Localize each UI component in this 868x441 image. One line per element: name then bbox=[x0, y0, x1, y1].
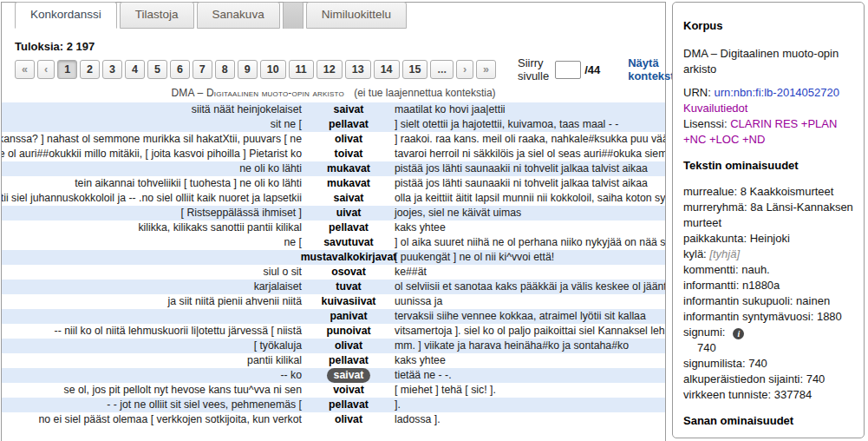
kwic-keyword[interactable]: voivat bbox=[333, 383, 364, 398]
page-nav-button[interactable]: ‹ bbox=[37, 60, 55, 79]
kwic-right-context: uunissa ja bbox=[390, 294, 665, 309]
page-button-15[interactable]: 15 bbox=[402, 60, 428, 79]
kwic-row[interactable]: panivattervaksii siihe vennee kokkaa, at… bbox=[2, 309, 665, 324]
kwic-keyword-cell: pellavat bbox=[307, 117, 390, 132]
kwic-left-context: [ työkaluja bbox=[2, 339, 307, 353]
kwic-keyword[interactable]: saivat bbox=[334, 191, 364, 206]
kwic-keyword-cell: osovat bbox=[307, 265, 390, 280]
kwic-keyword[interactable]: tuvat bbox=[336, 280, 361, 294]
kwic-keyword-cell: saivat bbox=[307, 191, 390, 206]
kwic-left-context: sit ne [ bbox=[2, 117, 307, 132]
kwic-keyword[interactable]: pellavat bbox=[329, 398, 369, 412]
page-button-5[interactable]: 5 bbox=[147, 60, 167, 79]
attribute-row: paikkakunta: Heinjoki bbox=[683, 231, 855, 247]
kwic-row[interactable]: - - jot ne olliit sit siel vees, pehmene… bbox=[2, 398, 665, 412]
page-button-9[interactable]: 9 bbox=[238, 60, 258, 79]
tab-nimiluokittelu[interactable]: Nimiluokittelu bbox=[306, 2, 407, 29]
kwic-keyword-cell: mukavat bbox=[307, 161, 390, 176]
kwic-row[interactable]: inkä kanssa? ] nahast ol semmone murikka… bbox=[2, 132, 665, 147]
kwic-left-context: se ol, jos pit pellolt nyt hevose kans t… bbox=[2, 383, 307, 398]
kwic-keyword[interactable]: olivat bbox=[335, 412, 362, 427]
page-button-13[interactable]: 13 bbox=[345, 60, 371, 79]
kwic-row[interactable]: tein aikannai tohveliikii [ tuohesta ] n… bbox=[2, 176, 665, 191]
kwic-row[interactable]: sit ne [pellavat] sielt otettii ja hajot… bbox=[2, 117, 665, 132]
urn-row: URN: urn:nbn:fi:lb-2014052720 bbox=[683, 85, 855, 101]
kwic-keyword[interactable]: uivat bbox=[336, 206, 362, 220]
tab-tilastoja[interactable]: Tilastoja bbox=[120, 2, 194, 29]
kwic-row[interactable]: ne oli ko lähtimukavatpistää jos lähti s… bbox=[2, 161, 665, 176]
kwic-keyword[interactable]: mukavat bbox=[327, 161, 370, 176]
kwic-row[interactable]: [ työkalujaolivatmm. ] viikate ja harava… bbox=[2, 339, 665, 353]
kwic-keyword[interactable]: pellavat bbox=[329, 353, 369, 368]
kwic-right-context: ol selviisii et sanotaa kaks pääkkäi ja … bbox=[390, 280, 665, 294]
kwic-row[interactable]: ne [savutuvat] ol aika suuret niihä ne o… bbox=[2, 235, 665, 250]
attribute-row: kommentti: nauh. bbox=[683, 262, 855, 278]
page-nav-button[interactable]: » bbox=[476, 60, 496, 79]
kwic-row[interactable]: karjalaisettuvatol selviisii et sanotaa … bbox=[2, 280, 665, 294]
kwic-keyword[interactable]: punoivat bbox=[326, 324, 370, 339]
kwic-row[interactable]: kilikka, kilikaks sanottii pantii kilika… bbox=[2, 220, 665, 235]
kwic-right-context: tietää ne - -. bbox=[390, 368, 665, 383]
page-nav-button[interactable]: › bbox=[456, 60, 473, 79]
page-button-7[interactable]: 7 bbox=[193, 60, 212, 79]
tab-sanakuva[interactable]: Sanakuva bbox=[197, 2, 280, 29]
page-button-1[interactable]: 1 bbox=[57, 60, 77, 79]
info-icon[interactable]: i bbox=[733, 328, 744, 339]
kwic-row[interactable]: ne ol auri##okukkii millo mitäkii, [ joi… bbox=[2, 147, 665, 161]
kwic-keyword[interactable]: mustavalkokirjavat bbox=[301, 250, 397, 265]
kwic-row[interactable]: -- kosaivattietää ne - -. bbox=[2, 368, 665, 383]
kwic-left-context: siul o sit bbox=[2, 265, 307, 280]
urn-link[interactable]: urn:nbn:fi:lb-2014052720 bbox=[714, 86, 839, 99]
kwic-keyword[interactable]: toivat bbox=[335, 147, 363, 161]
kwic-row[interactable]: siul o sitosovatke##ät bbox=[2, 265, 665, 280]
kwic-left-text: tein aikannai tohveliikii [ tuohesta ] n… bbox=[75, 176, 302, 191]
kwic-row[interactable]: uostii siel juhannuskokkoloil ja -- .no … bbox=[2, 191, 665, 206]
tab-konkordanssi[interactable]: Konkordanssi bbox=[15, 2, 117, 29]
kwic-keyword[interactable]: mukavat bbox=[327, 176, 370, 191]
page-button-10[interactable]: 10 bbox=[260, 60, 286, 79]
kwic-left-context: -- niil ko ol niitä lehmuskuorii li|otet… bbox=[2, 324, 307, 339]
show-context-link[interactable]: Näytä konteksti bbox=[628, 56, 677, 82]
kwic-left-context: uostii siel juhannuskokkoloil ja -- .no … bbox=[2, 191, 307, 206]
attribute-label: kylä: bbox=[683, 247, 707, 260]
page-button-2[interactable]: 2 bbox=[80, 60, 100, 79]
kwic-keyword-selected[interactable]: saivat bbox=[327, 368, 371, 383]
kwic-keyword[interactable]: osovat bbox=[331, 265, 366, 280]
kwic-keyword[interactable]: olivat bbox=[335, 339, 362, 353]
kwic-keyword[interactable]: savutuvat bbox=[323, 235, 373, 250]
kwic-keyword[interactable]: olivat bbox=[335, 132, 362, 147]
kwic-row[interactable]: -- niil ko ol niitä lehmuskuorii li|otet… bbox=[2, 324, 665, 339]
attribute-row: murreryhmä: 8a Länsi-Kannaksen murteet bbox=[683, 200, 855, 231]
kwic-row[interactable]: se ol, jos pit pellolt nyt hevose kans t… bbox=[2, 383, 665, 398]
kwic-keyword[interactable]: pellavat bbox=[329, 117, 369, 132]
kwic-row[interactable]: no ei siel pääst olemaa [ verkkojen sotk… bbox=[2, 412, 665, 427]
kwic-left-context: siitä näät heinjokelaiset bbox=[2, 102, 307, 117]
goto-page-input[interactable] bbox=[555, 61, 581, 79]
kwic-right-context: tavaroi herroil ni säkkilöis ja siel ol … bbox=[390, 147, 665, 161]
kwic-keyword[interactable]: kuivasiivat bbox=[322, 294, 376, 309]
kwic-row[interactable]: siitä näät heinjokelaisetsaivatmaatilat … bbox=[2, 102, 665, 117]
page-button-11[interactable]: 11 bbox=[289, 60, 314, 79]
kwic-left-text: se ol, jos pit pellolt nyt hevose kans t… bbox=[64, 383, 302, 398]
tab-bar: KonkordanssiTilastojaSanakuvaNimiluokitt… bbox=[2, 2, 665, 29]
page-button-4[interactable]: 4 bbox=[125, 60, 145, 79]
page-ellipsis-button[interactable]: ... bbox=[430, 60, 453, 79]
kwic-keyword[interactable]: pellavat bbox=[329, 220, 369, 235]
description-link[interactable]: Kuvailutiedot bbox=[683, 102, 747, 115]
kwic-row[interactable]: ja siit niitä pienii ahvenii niitäkuivas… bbox=[2, 294, 665, 309]
page-button-12[interactable]: 12 bbox=[317, 60, 343, 79]
kwic-row[interactable]: pantii kilikalpellavatkaks yhtee bbox=[2, 353, 665, 368]
kwic-right-context: ]. bbox=[390, 398, 665, 412]
page-button-8[interactable]: 8 bbox=[215, 60, 235, 79]
kwic-keyword[interactable]: panivat bbox=[330, 309, 367, 324]
kwic-right-context: olla ja keittiit äitit lapsil munnii nii… bbox=[390, 191, 665, 206]
kwic-row[interactable]: mustavalkokirjavat[ puukengät ] ne ol ni… bbox=[2, 250, 665, 265]
page-nav-button[interactable]: « bbox=[15, 60, 35, 79]
attribute-label: informantin sukupuoli: bbox=[683, 294, 793, 307]
page-button-14[interactable]: 14 bbox=[374, 60, 400, 79]
kwic-keyword[interactable]: saivat bbox=[334, 102, 364, 117]
page-button-6[interactable]: 6 bbox=[170, 60, 190, 79]
page-button-3[interactable]: 3 bbox=[102, 60, 122, 79]
kwic-left-text: [ Ristseppälässä ihmiset ] bbox=[181, 206, 302, 220]
kwic-row[interactable]: [ Ristseppälässä ihmiset ]uivatjoojes, s… bbox=[2, 206, 665, 220]
